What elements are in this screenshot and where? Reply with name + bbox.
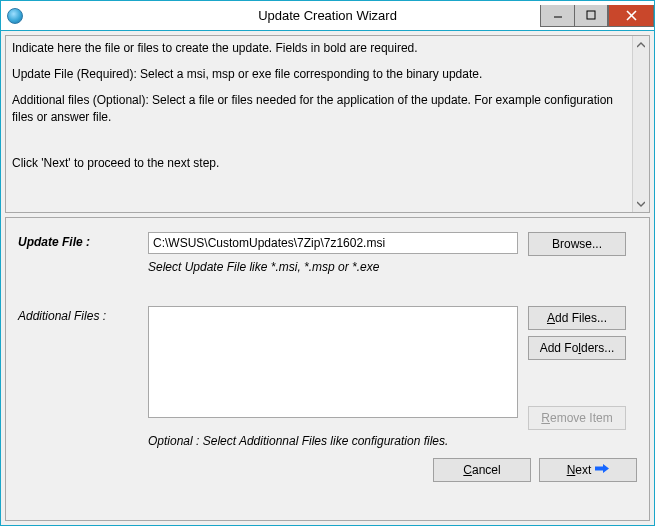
close-icon [626,10,637,21]
additional-files-label: Additional Files : [18,306,138,323]
client-area: Indicate here the file or files to creat… [1,31,654,525]
instructions-text: Indicate here the file or files to creat… [6,36,632,212]
svg-rect-5 [595,467,603,471]
wizard-footer: Cancel Next [18,458,637,482]
update-file-hint: Select Update File like *.msi, *.msp or … [148,260,637,274]
update-file-input[interactable] [148,232,518,254]
window-frame: Update Creation Wizard Indicate here the… [0,0,655,526]
additional-files-buttons: Add Files... Add Folders... Remove Item [528,306,626,430]
svg-rect-1 [587,11,595,19]
additional-files-listbox[interactable] [148,306,518,418]
next-arrow-icon [595,463,609,477]
additional-files-hint: Optional : Select Additionnal Files like… [148,434,637,448]
cancel-button[interactable]: Cancel [433,458,531,482]
update-file-row: Update File : Browse... [18,232,637,256]
window-controls [540,5,654,27]
title-bar: Update Creation Wizard [1,1,654,31]
minimize-button[interactable] [540,5,574,27]
browse-button-label: Browse... [552,237,602,251]
remove-item-rest: emove Item [550,411,613,425]
cancel-mnemonic: C [463,463,472,477]
add-files-mnemonic: A [547,311,555,325]
app-icon [7,8,23,24]
add-files-button[interactable]: Add Files... [528,306,626,330]
add-folders-button[interactable]: Add Folders... [528,336,626,360]
remove-item-button: Remove Item [528,406,626,430]
update-file-label: Update File : [18,232,138,249]
additional-files-row: Additional Files : Add Files... Add Fold… [18,306,637,430]
next-rest: ext [575,463,591,477]
instructions-line: Update File (Required): Select a msi, ms… [12,66,626,82]
instructions-line: Additional files (Optional): Select a fi… [12,92,626,124]
instructions-scrollbar[interactable] [632,36,649,212]
cancel-rest: ancel [472,463,501,477]
scroll-up-icon[interactable] [633,36,649,53]
instructions-line: Indicate here the file or files to creat… [12,40,626,56]
add-files-rest: dd Files... [555,311,607,325]
close-button[interactable] [608,5,654,27]
maximize-icon [586,10,596,20]
add-folders-rest: ders... [581,341,614,355]
instructions-panel: Indicate here the file or files to creat… [5,35,650,213]
browse-button[interactable]: Browse... [528,232,626,256]
form-panel: Update File : Browse... Select Update Fi… [5,217,650,521]
scroll-down-icon[interactable] [633,195,649,212]
add-folders-prefix: Add Fo [540,341,579,355]
maximize-button[interactable] [574,5,608,27]
next-button[interactable]: Next [539,458,637,482]
window-title: Update Creation Wizard [258,8,397,23]
minimize-icon [553,10,563,20]
instructions-line: Click 'Next' to proceed to the next step… [12,155,626,171]
remove-item-mnemonic: R [541,411,550,425]
